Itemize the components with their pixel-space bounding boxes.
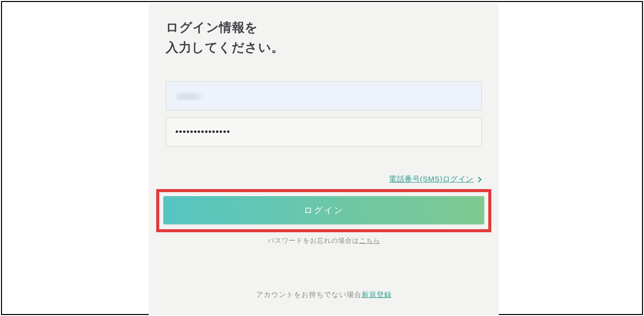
- sms-login-link[interactable]: 電話番号(SMS)ログイン: [389, 175, 481, 184]
- forgot-password-link[interactable]: こちら: [359, 237, 380, 244]
- signup-row: アカウントをお持ちでない場合新規登録: [166, 290, 482, 299]
- sms-login-label: 電話番号(SMS)ログイン: [389, 175, 474, 184]
- signup-link[interactable]: 新規登録: [362, 290, 392, 298]
- forgot-prefix: パスワードをお忘れの場合は: [268, 237, 359, 244]
- chevron-right-icon: [476, 177, 481, 182]
- username-input[interactable]: [166, 81, 482, 110]
- signup-prefix: アカウントをお持ちでない場合: [256, 290, 362, 298]
- login-panel: ログイン情報を 入力してください。 電話番号(SMS)ログイン ログイン パスワ…: [149, 3, 499, 315]
- login-content: ログイン情報を 入力してください。 電話番号(SMS)ログイン ログイン パスワ…: [149, 3, 499, 299]
- sms-login-row: 電話番号(SMS)ログイン: [166, 175, 482, 184]
- title-line-2: 入力してください。: [166, 40, 284, 54]
- login-button[interactable]: ログイン: [163, 196, 484, 224]
- window-frame: ログイン情報を 入力してください。 電話番号(SMS)ログイン ログイン パスワ…: [1, 1, 643, 315]
- page-title: ログイン情報を 入力してください。: [166, 17, 482, 57]
- forgot-password-row: パスワードをお忘れの場合はこちら: [166, 236, 482, 245]
- login-button-highlight: ログイン: [156, 189, 491, 232]
- title-line-1: ログイン情報を: [166, 20, 258, 34]
- password-input[interactable]: [166, 117, 482, 146]
